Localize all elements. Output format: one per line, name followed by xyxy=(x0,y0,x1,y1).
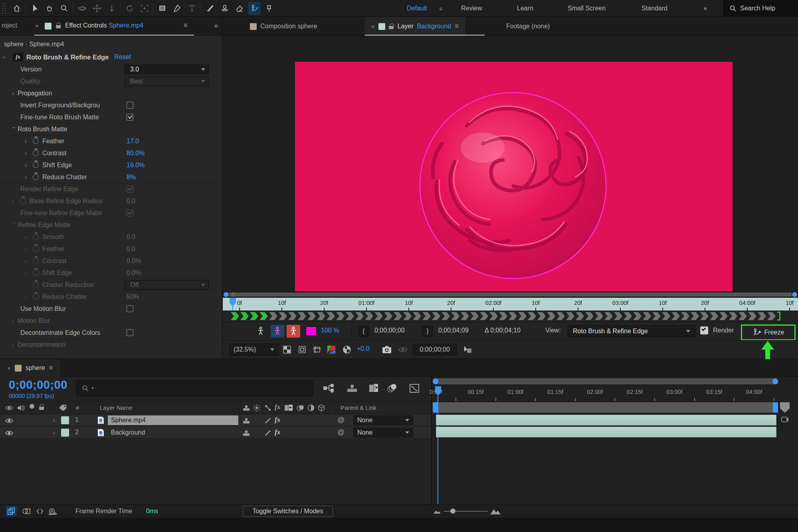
lock-icon[interactable] xyxy=(56,23,61,29)
effect-row-contrast[interactable]: ›Contrast80.0% xyxy=(0,147,222,159)
effect-row-shift-edge[interactable]: ›Shift Edge0.0% xyxy=(0,267,222,279)
roto-brush-tool[interactable] xyxy=(248,2,261,15)
effect-row-contrast[interactable]: ›Contrast0.0% xyxy=(0,255,222,267)
eye-column-icon[interactable] xyxy=(5,405,14,411)
collapse-transformations-icon[interactable] xyxy=(253,404,260,411)
workspace-item-review[interactable]: Review xyxy=(461,0,482,17)
fx-switch-icon[interactable]: fx xyxy=(275,416,280,424)
zoom-in-mountain-icon[interactable] xyxy=(490,508,501,514)
transparency-grid-icon[interactable] xyxy=(282,344,292,355)
viewer-canvas[interactable] xyxy=(223,36,798,291)
scrollbar-cap-right[interactable] xyxy=(772,378,778,384)
param-checkbox[interactable] xyxy=(127,114,133,121)
tab-layer[interactable]: × Layer Background ≡ xyxy=(365,17,465,36)
zoom-slider-knob[interactable] xyxy=(450,508,455,514)
overlay-opacity-value[interactable]: 100 % xyxy=(321,327,339,334)
panel-menu-icon[interactable]: ≡ xyxy=(49,364,53,372)
stopwatch-icon[interactable] xyxy=(33,246,39,252)
reset-button[interactable]: Reset xyxy=(114,53,131,61)
layer-row-background[interactable]: › 2 Background fx @ None xyxy=(0,427,431,439)
brush-tool[interactable] xyxy=(204,2,216,15)
shy-switch-icon[interactable] xyxy=(243,417,250,424)
work-area-end-handle[interactable] xyxy=(773,402,778,413)
expand-icon[interactable]: › xyxy=(12,317,17,324)
effect-row-base-refine-edge-radius[interactable]: ›Base Refine Edge Radius0.0 xyxy=(0,195,222,207)
parent-dropdown[interactable]: None xyxy=(353,415,413,425)
stopwatch-icon[interactable] xyxy=(33,174,39,180)
solo-column-icon[interactable] xyxy=(30,404,34,409)
close-tab-icon[interactable]: × xyxy=(371,23,375,30)
eraser-tool[interactable] xyxy=(233,2,246,15)
stopwatch-icon[interactable] xyxy=(33,282,39,288)
effect-row-invert-foreground-backgrou[interactable]: ›Invert Foreground/Backgrou xyxy=(0,99,222,111)
expand-icon[interactable]: › xyxy=(25,233,30,241)
rotation-tool[interactable] xyxy=(123,2,136,15)
close-tab-icon[interactable]: × xyxy=(35,22,39,29)
scrollbar-handle[interactable] xyxy=(229,293,792,297)
param-value[interactable]: 0.0% xyxy=(127,257,141,265)
region-of-interest-icon[interactable] xyxy=(297,344,307,355)
stopwatch-icon[interactable] xyxy=(33,258,39,264)
layer-name[interactable]: Background xyxy=(108,428,238,437)
freeze-button[interactable]: Freeze xyxy=(743,326,793,338)
pen-tool[interactable] xyxy=(171,2,184,15)
panel-overflow-icon[interactable]: » xyxy=(214,21,218,30)
param-value[interactable]: 17.0 xyxy=(127,138,139,145)
label-column-icon[interactable] xyxy=(58,404,67,411)
expand-icon[interactable]: › xyxy=(12,197,17,205)
view-dropdown[interactable]: Roto Brush & Refine Edge xyxy=(568,325,695,337)
graph-editor-icon[interactable] xyxy=(406,381,422,396)
collapse-icon[interactable]: › xyxy=(11,127,18,131)
tab-effect-controls[interactable]: Effect Controls Sphere.mp4 xyxy=(65,22,143,29)
quality-column-icon[interactable] xyxy=(264,404,271,411)
current-time-display[interactable]: 0;00;00;00 xyxy=(9,378,67,392)
orbit-camera-tool[interactable] xyxy=(76,2,89,15)
pan-camera-tool[interactable] xyxy=(91,2,103,15)
eye-icon[interactable] xyxy=(5,430,14,436)
quality-switch-icon[interactable] xyxy=(264,429,271,437)
expand-icon[interactable]: › xyxy=(25,293,30,301)
fx-switch-icon[interactable]: fx xyxy=(275,428,280,436)
frame-blending-icon[interactable] xyxy=(366,381,382,396)
audio-column-icon[interactable] xyxy=(17,404,25,411)
pick-whip-icon[interactable]: @ xyxy=(337,416,345,424)
param-dropdown[interactable]: 3.0 xyxy=(124,65,209,74)
puppet-pin-tool[interactable] xyxy=(263,2,275,15)
toggle-switches-modes-button[interactable]: Toggle Switches / Modes xyxy=(243,506,333,517)
3d-layer-column-icon[interactable] xyxy=(318,404,325,411)
stopwatch-icon[interactable] xyxy=(33,270,39,276)
param-checkbox[interactable] xyxy=(127,329,133,336)
expand-icon[interactable]: › xyxy=(12,89,17,97)
expand-icon[interactable]: › xyxy=(25,269,30,277)
fx-column-icon[interactable]: fx xyxy=(275,403,280,411)
effect-row-fine-tune-roto-brush-matte[interactable]: ›Fine-tune Roto Brush Matte xyxy=(0,111,222,123)
stopwatch-icon[interactable] xyxy=(20,198,26,204)
work-area-bar[interactable] xyxy=(433,402,778,413)
render-time-pane-icon[interactable] xyxy=(47,506,58,516)
out-point-icon[interactable]: } xyxy=(422,326,433,337)
fast-previews-icon[interactable] xyxy=(461,344,473,355)
effect-header-row[interactable]: › fx Roto Brush & Refine Edge Reset xyxy=(0,51,222,63)
panel-swatch[interactable] xyxy=(45,23,51,30)
label-color-swatch[interactable] xyxy=(61,416,69,424)
pick-whip-icon[interactable]: @ xyxy=(337,428,345,437)
tab-timeline-sphere[interactable]: × sphere ≡ xyxy=(0,359,60,377)
tab-composition[interactable]: Composition sphere xyxy=(250,17,317,36)
render-checkbox[interactable] xyxy=(700,326,708,334)
layer-name-column-header[interactable]: Layer Name xyxy=(100,404,133,411)
effect-row-feather[interactable]: ›Feather0.0 xyxy=(0,243,222,255)
effect-row-decontaminate-edge-colors[interactable]: ›Decontaminate Edge Colors xyxy=(0,326,222,338)
scrollbar-cap-right[interactable] xyxy=(792,292,797,297)
channel-icon[interactable] xyxy=(326,344,337,355)
layer-expander-icon[interactable]: › xyxy=(53,416,55,424)
out-point-time[interactable]: 0;00;04;09 xyxy=(438,327,469,334)
param-checkbox[interactable] xyxy=(127,305,133,312)
project-tab-partial[interactable]: roject xyxy=(2,22,17,29)
type-tool[interactable] xyxy=(186,2,198,15)
workspace-menu-icon[interactable]: ≡ xyxy=(439,0,443,17)
eye-icon[interactable] xyxy=(5,417,14,424)
stopwatch-icon[interactable] xyxy=(33,162,39,168)
expand-icon[interactable]: › xyxy=(25,137,30,145)
expand-icon[interactable]: › xyxy=(25,257,30,265)
in-point-time[interactable]: 0;00;00;00 xyxy=(374,327,405,334)
